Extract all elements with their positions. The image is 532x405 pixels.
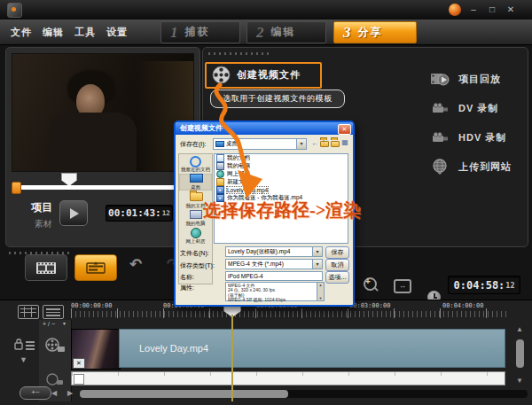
- mute-speaker-icon[interactable]: ✕: [73, 358, 85, 369]
- share-option-dv-record[interactable]: DV 录制: [430, 101, 498, 116]
- project-mode-label[interactable]: 项目: [31, 200, 52, 215]
- overlay-track[interactable]: [71, 371, 505, 386]
- undo-button[interactable]: ↶: [129, 255, 142, 274]
- preview-timecode: 00:01:43:12: [106, 205, 173, 222]
- track-manager-icon[interactable]: [18, 305, 39, 319]
- clip-thumbnail[interactable]: ✕: [71, 329, 121, 370]
- prop-line: MPEG-4 SP 视频: 1024 Kbps: [228, 298, 316, 302]
- video-preview: [12, 53, 194, 172]
- filename-label: 文件名(N):: [180, 249, 209, 258]
- track-add-remove-controls[interactable]: + / −: [43, 321, 55, 327]
- properties-label: 属性:: [180, 284, 194, 292]
- timeline-view-button[interactable]: [74, 254, 117, 281]
- desktop-icon: [190, 174, 203, 183]
- filetype-select[interactable]: MPEG-4 文件 (*.mp4) ▾: [225, 259, 323, 269]
- save-button[interactable]: 保存: [325, 246, 349, 259]
- tab-capture-number: 1: [170, 24, 178, 42]
- scroll-left-button[interactable]: ◀: [48, 389, 60, 397]
- timeline-icon: [85, 261, 106, 275]
- overlay-track-icon-chip: [74, 374, 84, 385]
- playhead-line[interactable]: [231, 315, 233, 401]
- app-logo-icon: [7, 3, 22, 18]
- clip-mode-label[interactable]: 素材: [35, 218, 52, 230]
- tab-edit-number: 2: [256, 24, 264, 42]
- properties-scrollbar[interactable]: ▲ ▼: [317, 283, 324, 300]
- share-option-project-playback[interactable]: 项目回放: [430, 72, 501, 87]
- new-folder-icon[interactable]: [331, 139, 340, 148]
- my-computer-icon: [190, 210, 202, 219]
- up-arrow-glyph: ↑: [322, 137, 325, 146]
- minimize-button[interactable]: –: [466, 4, 481, 15]
- properties-box: MPEG-4 文件 24 位, 320 x 240, 30 fps (基于帧) …: [225, 282, 325, 301]
- scroll-up-button[interactable]: ▲: [512, 325, 527, 333]
- menu-edit[interactable]: 编辑: [43, 26, 64, 39]
- h-scrollbar-thumb[interactable]: [80, 390, 288, 398]
- views-menu-icon[interactable]: ▦: [340, 138, 349, 147]
- scroll-right-button[interactable]: ▶: [64, 389, 76, 397]
- share-option-hdv-record[interactable]: HDV 录制: [430, 130, 506, 145]
- preview-timecode-frames: 12: [162, 209, 170, 217]
- preview-trim-bar[interactable]: [20, 185, 185, 190]
- scroll-down-button[interactable]: ▼: [512, 377, 527, 385]
- save-in-label: 保存在(I):: [180, 140, 207, 149]
- close-button[interactable]: ✕: [504, 4, 518, 15]
- cancel-button[interactable]: 取消: [325, 259, 349, 271]
- my-documents-icon: [190, 192, 203, 201]
- tab-capture[interactable]: 1 捕获: [160, 21, 240, 43]
- videostudio-window: – □ ✕ 文件 编辑 工具 设置 1 捕获 2 编辑 3 分享: [0, 0, 532, 405]
- storyboard-icon: [35, 261, 57, 275]
- share-option-upload-web[interactable]: 上传到网站: [430, 159, 512, 175]
- recent-docs-icon: [190, 156, 201, 167]
- clip-name-label: Lovely Day.mp4: [139, 343, 208, 354]
- tab-share-number: 3: [343, 24, 351, 42]
- template-name-value: iPod MPEG-4: [226, 273, 322, 279]
- dialog-close-button[interactable]: ✕: [338, 124, 351, 135]
- video-track-icon[interactable]: [44, 338, 66, 354]
- guide-ball-icon[interactable]: [449, 4, 461, 16]
- menu-tools[interactable]: 工具: [74, 26, 96, 39]
- menu-bar: 文件 编辑 工具 设置 1 捕获 2 编辑 3 分享: [0, 19, 532, 45]
- tab-share[interactable]: 3 分享: [333, 21, 417, 43]
- prop-scroll-up-icon[interactable]: ▲: [317, 283, 324, 287]
- tab-edit[interactable]: 2 编辑: [246, 21, 326, 43]
- save-in-dropdown-icon[interactable]: ▾: [296, 139, 306, 149]
- fit-project-pill-button[interactable]: +~: [20, 386, 51, 400]
- back-folder-icon[interactable]: ←: [310, 139, 319, 148]
- ruler-major-ticks: [71, 308, 507, 318]
- annotation-arrow: [206, 82, 277, 206]
- menu-file[interactable]: 文件: [11, 26, 32, 39]
- filetype-dropdown-icon[interactable]: ▾: [312, 260, 322, 269]
- trim-start-handle[interactable]: [12, 182, 21, 194]
- project-playback-label: 项目回放: [458, 73, 501, 86]
- fit-timeline-icon[interactable]: ↔: [394, 279, 411, 293]
- storyboard-view-button[interactable]: [25, 254, 67, 281]
- filename-value: Lovely Day(张根硕).mp4: [226, 248, 312, 256]
- dv-record-label: DV 录制: [458, 102, 498, 115]
- upload-web-label: 上传到网站: [458, 160, 512, 174]
- annotation-red-text: 选择保存路径->渲染: [203, 199, 361, 222]
- up-one-level-icon[interactable]: ↑: [320, 139, 329, 148]
- track-list-icon[interactable]: [43, 305, 64, 319]
- preview-timecode-main: 00:01:43:: [108, 207, 161, 219]
- ripple-lock-icon[interactable]: [14, 338, 35, 352]
- overlay-track-icon[interactable]: [46, 373, 64, 386]
- v-scrollbar-thumb[interactable]: [516, 339, 524, 368]
- project-playback-icon: [430, 72, 450, 87]
- filename-input[interactable]: Lovely Day(张根硕).mp4 ▾: [225, 246, 323, 257]
- preview-scrubber-handle[interactable]: [61, 173, 77, 186]
- hdv-record-label: HDV 录制: [458, 131, 506, 144]
- duration-frames: 12: [505, 281, 514, 290]
- place-network[interactable]: 网上邻居: [179, 228, 212, 245]
- place-network-label: 网上邻居: [179, 238, 212, 245]
- rail-collapse-icon[interactable]: ▼: [20, 355, 27, 364]
- play-button[interactable]: [59, 200, 88, 226]
- filename-dropdown-icon[interactable]: ▾: [312, 247, 322, 256]
- prop-scroll-down-icon[interactable]: ▼: [317, 296, 324, 300]
- h-scrollbar-track[interactable]: [80, 390, 528, 398]
- track-tools-dropdown-icon[interactable]: ▼: [62, 321, 66, 326]
- timeline-clip[interactable]: Lovely Day.mp4: [119, 329, 505, 368]
- menu-settings[interactable]: 设置: [106, 26, 128, 39]
- zoom-in-icon[interactable]: [364, 277, 377, 291]
- options-button[interactable]: 选项...: [325, 271, 349, 284]
- maximize-button[interactable]: □: [485, 4, 499, 15]
